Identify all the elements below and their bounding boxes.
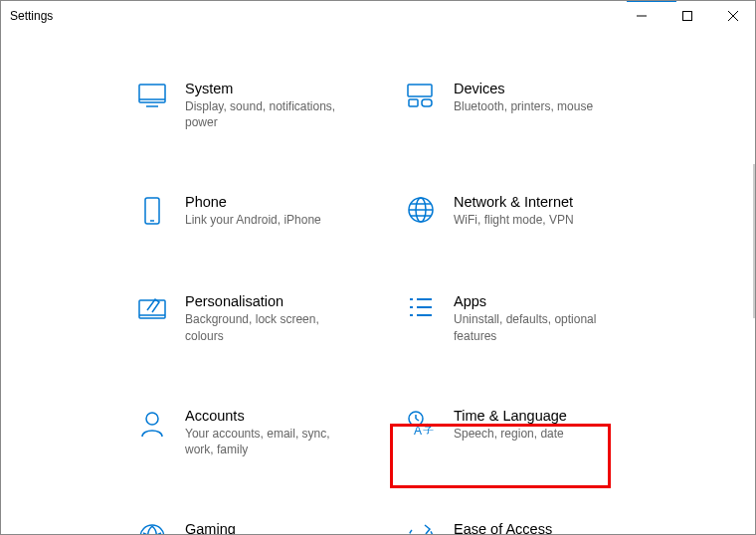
apps-icon xyxy=(408,295,434,323)
tile-desc: Uninstall, defaults, optional features xyxy=(454,311,611,343)
tile-title: Phone xyxy=(185,194,321,210)
tile-title: Ease of Access xyxy=(454,521,552,535)
svg-text:A: A xyxy=(414,424,422,438)
tile-devices[interactable]: Devices Bluetooth, printers, mouse xyxy=(398,79,666,132)
svg-rect-1 xyxy=(683,12,692,21)
network-icon xyxy=(407,196,435,228)
devices-icon xyxy=(406,83,436,112)
svg-line-30 xyxy=(416,419,419,421)
minimize-button[interactable] xyxy=(619,1,664,31)
ease-of-access-icon xyxy=(407,523,435,535)
tile-desc: Your accounts, email, sync, work, family xyxy=(185,426,342,457)
svg-rect-10 xyxy=(422,99,432,106)
tile-personalisation[interactable]: Personalisation Background, lock screen,… xyxy=(129,291,398,345)
tile-title: Network & Internet xyxy=(454,194,574,210)
svg-text:字: 字 xyxy=(423,423,434,435)
tile-gaming[interactable]: Gaming xyxy=(129,519,398,535)
close-button[interactable] xyxy=(710,1,756,31)
titlebar: Settings xyxy=(0,1,756,31)
svg-rect-7 xyxy=(408,85,432,96)
gaming-icon xyxy=(138,523,166,535)
tile-desc: Display, sound, notifications, power xyxy=(185,98,342,130)
tile-desc: WiFi, flight mode, VPN xyxy=(454,212,574,228)
window-title: Settings xyxy=(10,9,53,23)
system-icon xyxy=(137,83,167,112)
tile-title: Apps xyxy=(454,293,611,309)
tile-desc: Bluetooth, printers, mouse xyxy=(454,98,593,114)
accounts-icon xyxy=(139,410,165,442)
tile-title: Time & Language xyxy=(454,408,567,424)
tile-apps[interactable]: Apps Uninstall, defaults, optional featu… xyxy=(398,291,666,345)
svg-point-27 xyxy=(146,413,158,425)
time-language-icon: A字 xyxy=(406,410,436,442)
personalisation-icon xyxy=(137,295,167,325)
tile-system[interactable]: System Display, sound, notifications, po… xyxy=(129,79,398,132)
tile-ease-of-access[interactable]: Ease of Access xyxy=(398,519,666,535)
settings-content: System Display, sound, notifications, po… xyxy=(0,31,756,535)
tile-network[interactable]: Network & Internet WiFi, flight mode, VP… xyxy=(398,192,666,232)
tile-title: Devices xyxy=(454,81,593,96)
phone-icon xyxy=(142,196,162,230)
svg-rect-12 xyxy=(145,198,159,224)
tile-title: System xyxy=(185,81,342,96)
tile-desc: Background, lock screen, colours xyxy=(185,311,342,343)
tile-time-language[interactable]: A字 Time & Language Speech, region, date xyxy=(398,406,666,459)
svg-rect-11 xyxy=(409,99,418,106)
tile-desc: Link your Android, iPhone xyxy=(185,212,321,228)
tile-title: Gaming xyxy=(185,521,236,535)
tile-title: Accounts xyxy=(185,408,342,424)
tile-phone[interactable]: Phone Link your Android, iPhone xyxy=(129,192,398,232)
maximize-button[interactable] xyxy=(664,1,710,31)
tile-title: Personalisation xyxy=(185,293,342,309)
tile-accounts[interactable]: Accounts Your accounts, email, sync, wor… xyxy=(129,406,398,459)
scrollbar[interactable] xyxy=(753,164,755,318)
tile-desc: Speech, region, date xyxy=(454,426,567,442)
